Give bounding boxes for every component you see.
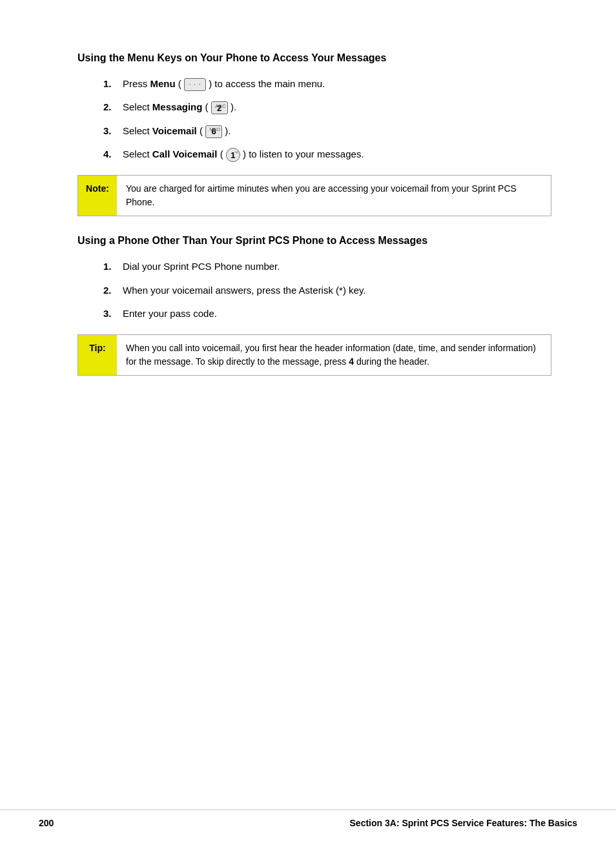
note-text: You are charged for airtime minutes when… — [117, 176, 551, 216]
page-content: Using the Menu Keys on Your Phone to Acc… — [0, 0, 616, 432]
tip-box: Tip: When you call into voicemail, you f… — [77, 334, 551, 376]
page-footer: 200 Section 3A: Sprint PCS Service Featu… — [0, 809, 616, 828]
step-2: 2. Select Messaging ( 2 ABC ). — [103, 100, 551, 115]
step-2-content: Select Messaging ( 2 ABC ). — [123, 100, 551, 115]
section2-steps: 1. Dial your Sprint PCS Phone number. 2.… — [77, 259, 551, 321]
key-6mno-letters: MNO — [210, 127, 220, 134]
step-s2-1: 1. Dial your Sprint PCS Phone number. — [103, 259, 551, 274]
step-s2-3: 3. Enter your pass code. — [103, 307, 551, 321]
step-2-number: 2. — [103, 100, 123, 115]
note-label: Note: — [78, 176, 117, 216]
tip-text: When you call into voicemail, you first … — [117, 335, 551, 375]
step-3-content: Select Voicemail ( 6 MNO ). — [123, 124, 551, 139]
step-s2-1-number: 1. — [103, 259, 123, 274]
step-4-bold: Call Voicemail — [152, 148, 218, 159]
tip-bold-4: 4 — [349, 356, 354, 367]
key-1-letters: ∞ — [235, 149, 238, 156]
section1-steps: 1. Press Menu ( · · · ) to access the ma… — [77, 77, 551, 163]
step-s2-2-content: When your voicemail answers, press the A… — [123, 283, 551, 298]
step-4-number: 4. — [103, 147, 123, 162]
step-1-content: Press Menu ( · · · ) to access the main … — [123, 77, 551, 92]
section2-title: Using a Phone Other Than Your Sprint PCS… — [77, 234, 551, 248]
step-s2-3-number: 3. — [103, 307, 123, 321]
note-box: Note: You are charged for airtime minute… — [77, 175, 551, 216]
step-1-number: 1. — [103, 77, 123, 92]
step-s2-2: 2. When your voicemail answers, press th… — [103, 283, 551, 298]
footer-section-title: Section 3A: Sprint PCS Service Features:… — [350, 818, 577, 828]
step-1-bold: Menu — [150, 78, 176, 89]
step-s2-1-content: Dial your Sprint PCS Phone number. — [123, 259, 551, 274]
key-2abc-letters: ABC — [215, 103, 225, 110]
step-3: 3. Select Voicemail ( 6 MNO ). — [103, 124, 551, 139]
step-4: 4. Select Call Voicemail ( 1 ∞ ) to list… — [103, 147, 551, 162]
step-s2-3-content: Enter your pass code. — [123, 307, 551, 321]
key-6mno-icon: 6 MNO — [205, 125, 222, 138]
step-s2-2-number: 2. — [103, 283, 123, 298]
key-2abc-icon: 2 ABC — [211, 101, 228, 114]
footer-page-number: 200 — [39, 818, 54, 828]
step-1: 1. Press Menu ( · · · ) to access the ma… — [103, 77, 551, 92]
step-4-content: Select Call Voicemail ( 1 ∞ ) to listen … — [123, 147, 551, 162]
section1-title: Using the Menu Keys on Your Phone to Acc… — [77, 52, 551, 65]
step-3-bold: Voicemail — [152, 125, 197, 136]
tip-label: Tip: — [78, 335, 117, 375]
step-2-bold: Messaging — [152, 101, 203, 112]
menu-key-icon: · · · — [184, 78, 206, 91]
key-1-icon: 1 ∞ — [226, 148, 240, 162]
step-3-number: 3. — [103, 124, 123, 139]
